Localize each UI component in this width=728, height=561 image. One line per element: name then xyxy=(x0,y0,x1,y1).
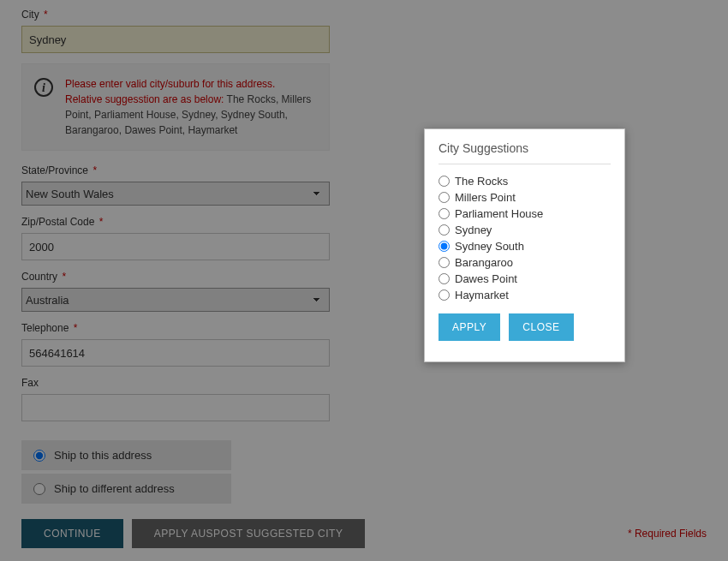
address-form-page: City * i Please enter valid city/suburb … xyxy=(0,0,728,561)
city-option-radio[interactable] xyxy=(439,257,450,268)
city-option-radio[interactable] xyxy=(439,224,450,236)
modal-close-button[interactable]: CLOSE xyxy=(509,313,573,341)
city-option-row[interactable]: Barangaroo xyxy=(439,256,611,269)
city-option-radio[interactable] xyxy=(439,176,450,187)
city-option-row[interactable]: Dawes Point xyxy=(439,272,611,285)
city-option-radio[interactable] xyxy=(439,208,450,219)
modal-actions: APPLY CLOSE xyxy=(439,313,611,341)
city-option-radio[interactable] xyxy=(439,241,450,252)
city-option-row[interactable]: Parliament House xyxy=(439,207,611,220)
city-option-row[interactable]: Sydney South xyxy=(439,240,611,253)
city-option-label: The Rocks xyxy=(455,175,508,188)
city-option-label: Millers Point xyxy=(455,191,516,204)
city-option-label: Dawes Point xyxy=(455,272,517,285)
city-option-label: Barangaroo xyxy=(455,256,513,269)
city-option-radio[interactable] xyxy=(439,289,450,301)
city-option-label: Parliament House xyxy=(455,207,543,220)
city-option-label: Haymarket xyxy=(455,289,509,301)
modal-title: City Suggestions xyxy=(439,141,611,164)
city-option-label: Sydney xyxy=(455,224,492,236)
city-option-radio[interactable] xyxy=(439,273,450,284)
city-option-row[interactable]: Sydney xyxy=(439,224,611,236)
city-suggestions-modal: City Suggestions The RocksMillers PointP… xyxy=(424,128,625,362)
city-option-row[interactable]: Haymarket xyxy=(439,289,611,301)
city-option-label: Sydney South xyxy=(455,240,524,253)
modal-apply-button[interactable]: APPLY xyxy=(439,313,500,341)
city-option-row[interactable]: Millers Point xyxy=(439,191,611,204)
city-option-radio[interactable] xyxy=(439,192,450,203)
city-option-row[interactable]: The Rocks xyxy=(439,175,611,188)
modal-options: The RocksMillers PointParliament HouseSy… xyxy=(439,175,611,301)
